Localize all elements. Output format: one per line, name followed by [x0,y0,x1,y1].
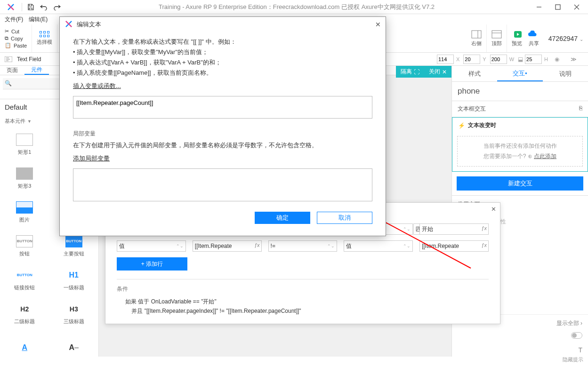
widget-name[interactable]: phone [452,82,588,101]
close-tab[interactable]: 关闭✕ [424,66,451,78]
sel-label: [[Item.Repeate [422,243,459,249]
isolate-label: 隔离 [401,68,412,76]
widget-label: 一级标题 [64,284,84,291]
widget-label: 二级标题 [14,318,35,325]
copy-icon: ⧉ [5,35,8,41]
op-select[interactable]: !=⌃⌄ [268,240,338,252]
cancel-button[interactable]: 取消 [317,212,372,224]
bullet-3: • 插入系统变量[[PageName]]，获取当前页面名称。 [73,68,372,78]
cond-line: 如果 值于 OnLoadVariable == "开始" [125,297,489,306]
add-row-button[interactable]: + 添加行 [117,257,187,271]
dialog-close-button[interactable]: ✕ [375,21,381,28]
text-tool-icon[interactable]: T [452,343,588,357]
lhs-value-input[interactable]: [[Item.Repeate [193,240,262,252]
menu-edit[interactable]: 编辑(E) [29,16,48,24]
pos-h-input[interactable] [525,55,542,64]
close-icon: ✕ [442,69,447,75]
close-button[interactable] [567,0,586,14]
tab-pages[interactable]: 页面 [0,66,24,75]
toggle-switch[interactable] [571,332,582,339]
svg-rect-4 [492,31,501,38]
share-button[interactable] [527,31,538,38]
preview-share-group: 预览共享 [507,24,544,52]
library-section-label: 基本元件 [5,118,25,125]
expression-textarea[interactable] [73,96,372,119]
btn-thumb: BUTTON [16,269,33,281]
widget-h3[interactable]: H3三级标题 [49,297,99,331]
widget-h2[interactable]: H2二级标题 [0,297,49,331]
widget-link-button[interactable]: BUTTON链接按钮 [0,263,49,297]
menu-file[interactable]: 文件(F) [5,16,23,24]
widget-a2[interactable]: A— [49,331,99,365]
plus-icon: ⊕ [528,153,532,159]
svg-rect-1 [556,5,560,9]
isolate-tab[interactable]: 隔离⛶ [396,66,424,78]
local-vars-desc: 在下方创建用于插入元件值的局部变量，局部变量名称必须是字母数字，不允许包含空格。 [73,140,372,151]
ok-button[interactable]: 确定 [255,212,310,224]
bullet-2: • 插入表达式[[VarA + VarB]]，获取"VarA + VarB"的和… [73,57,372,68]
tab-style[interactable]: 样式 [452,66,497,81]
btn-thumb: BUTTON [16,235,33,247]
dialog-buttons: 确定 取消 [60,206,386,224]
tab-widgets[interactable]: 元件 [24,66,49,75]
panel-close-button[interactable]: ✕ [491,206,496,213]
add-action-link[interactable]: 点此添加 [534,153,556,159]
widget-image[interactable]: 图片 [0,195,49,229]
widget-button[interactable]: BUTTON按钮 [0,229,49,263]
cut-button[interactable]: ✂Cut [5,28,27,34]
account-button[interactable]: 47262947 ⌄ [544,24,588,52]
widget-a1[interactable]: A [0,331,49,365]
tab-notes[interactable]: 说明 [543,66,588,81]
event-header[interactable]: ⚡文本改变时 [452,118,588,133]
visibility-icon[interactable]: ◉ [555,56,559,63]
pane-top-button[interactable]: 顶部 [487,24,507,52]
fx-icon[interactable]: ƒx [254,242,260,248]
widget-rect3[interactable]: 矩形3 [0,161,49,195]
add-interaction-icon[interactable]: ⎘ [579,105,582,113]
pane-top-label: 顶部 [491,40,502,47]
pane-right-label: 右侧 [471,40,482,47]
divider [22,3,22,11]
add-local-var-link[interactable]: 添加局部变量 [73,153,110,164]
account-number: 47262947 [548,35,578,42]
condition-title: 条件 [117,285,489,293]
minimize-button[interactable] [530,0,548,14]
save-icon[interactable] [25,1,36,13]
hide-hint-link[interactable]: 隐藏提示 [563,356,583,363]
undo-icon[interactable] [38,1,49,13]
rhs-type-select[interactable]: 值⌃⌄ [344,240,413,252]
type-select[interactable]: 值⌃⌄ [117,240,186,252]
fx-icon[interactable]: ƒx [481,242,487,248]
redo-icon[interactable] [51,1,63,13]
copy-button[interactable]: ⧉Copy [5,35,27,41]
rhs-value-input[interactable]: 开始 [419,223,489,235]
pane-right-button[interactable]: 右侧 [467,24,487,52]
more-icon[interactable]: ≫ [564,56,583,63]
share-label: 共享 [529,40,539,47]
preview-label: 预览 [512,40,522,47]
local-vars-area[interactable] [73,168,372,201]
clipboard-group: ✂Cut ⧉Copy 📋Paste [0,24,32,52]
widget-label: 图片 [19,216,30,223]
app-logo [6,2,16,12]
textfield-label: Text Field [17,56,41,63]
maximize-button[interactable] [548,0,567,14]
widget-h1[interactable]: H1一级标题 [49,263,99,297]
pos-x-label: X [456,56,461,62]
pos-y-input[interactable] [463,55,480,64]
paste-button[interactable]: 📋Paste [5,42,27,48]
rhs-value-input[interactable]: [[Item.Repeate [419,240,489,252]
pos-x-input[interactable] [437,55,454,64]
fx-icon[interactable]: ƒx [481,225,487,231]
dialog-body: 在下方输入文本，变量名称或表达式要写在 "[[ ]]" 中。例如： • 插入变量… [60,32,386,206]
pos-w-input[interactable] [490,55,507,64]
insert-variable-link[interactable]: 插入变量或函数... [73,81,121,91]
select-mode-group[interactable]: 选择模 [32,24,57,52]
preview-button[interactable] [513,30,523,39]
widget-rect1[interactable]: 矩形1 [0,127,49,161]
new-interaction-button[interactable]: 新建交互 [457,176,583,191]
textbox-interactions-header[interactable]: 文本框交互 ⎘ [452,101,588,117]
lock-icon[interactable]: ⬓ [518,56,523,63]
tab-interactions[interactable]: 交互● [497,66,542,81]
show-all-label[interactable]: 显示全部 [556,320,579,326]
